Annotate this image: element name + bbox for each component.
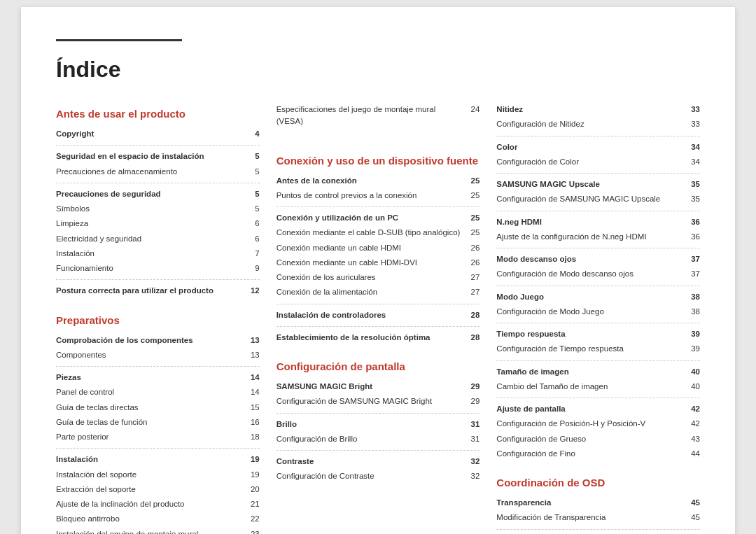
toc-label: Extracción del soporte [56, 482, 239, 497]
toc-preparativos: Comprobación de los componentes13Compone… [56, 333, 260, 535]
toc-page: 5 [241, 187, 260, 202]
toc-page: 21 [239, 497, 259, 512]
toc-label: Configuración de Color [496, 155, 682, 169]
toc-page: 45 [675, 510, 700, 525]
toc-antes: Copyright4Seguridad en el espacio de ins… [56, 127, 260, 299]
toc-page: 19 [239, 452, 259, 467]
toc-label: Modificación de Transparencia [496, 510, 675, 525]
toc-label: Conexión de los auriculares [276, 270, 464, 285]
toc-page: 42 [682, 402, 700, 416]
toc-label: Componentes [56, 348, 239, 363]
toc-page: 14 [239, 385, 259, 400]
toc-page: 35 [682, 177, 700, 192]
toc-label: SAMSUNG MAGIC Upscale [496, 177, 682, 192]
toc-label: Copyright [56, 127, 241, 141]
toc-page: 26 [464, 241, 479, 255]
toc-page: 5 [241, 149, 260, 164]
section-antes-title: Antes de usar el producto [56, 108, 260, 120]
toc-page: 7 [241, 246, 260, 261]
toc-page: 29 [461, 379, 479, 394]
toc-col2-top: Especificaciones del juego de montaje mu… [276, 102, 480, 129]
toc-page: 31 [461, 432, 479, 447]
toc-page: 37 [682, 252, 700, 267]
toc-label: Ajuste de la inclinación del producto [56, 497, 239, 512]
toc-label: Símbolos [56, 202, 241, 216]
page: Índice Antes de usar el producto Copyrig… [21, 7, 735, 534]
toc-page: 23 [239, 527, 259, 535]
toc-label: Guía de teclas de función [56, 415, 239, 430]
toc-label: Transparencia [496, 496, 675, 510]
toc-label: Configuración de SAMSUNG MAGIC Upscale [496, 192, 682, 206]
toc-page: 42 [682, 416, 700, 431]
toc-label: Precauciones de seguridad [56, 187, 241, 202]
toc-page: 20 [239, 482, 259, 497]
toc-label: Configuración de Tiempo respuesta [496, 342, 682, 356]
toc-page: 35 [682, 192, 700, 206]
toc-config-pantalla: SAMSUNG MAGIC Bright29Configuración de S… [276, 379, 480, 484]
toc-label: Configuración de Modo descanso ojos [496, 267, 682, 281]
toc-label: Instalación de controladores [276, 308, 464, 323]
toc-page: 31 [461, 417, 479, 432]
toc-label: Antes de la conexión [276, 174, 464, 188]
toc-label: Instalación [56, 452, 239, 467]
toc-page: 25 [464, 174, 479, 188]
toc-label: Electricidad y seguridad [56, 232, 241, 246]
toc-page: 25 [464, 188, 479, 203]
toc-page: 18 [239, 430, 259, 444]
toc-page: 40 [682, 365, 700, 379]
toc-label: Conexión mediante un cable HDMI [276, 241, 464, 255]
section-config-pantalla-title: Configuración de pantalla [276, 360, 480, 372]
toc-page: 32 [461, 469, 479, 484]
toc-page: 28 [464, 330, 479, 345]
toc-page: 29 [461, 394, 479, 409]
toc-label: Conexión mediante el cable D-SUB (tipo a… [276, 225, 464, 240]
section-preparativos-title: Preparativos [56, 314, 260, 326]
toc-page: 33 [682, 102, 700, 117]
toc-page: 16 [239, 415, 259, 430]
toc-label: Conexión de la alimentación [276, 285, 464, 300]
toc-page: 37 [682, 267, 700, 281]
toc-label: Modo Juego [496, 290, 682, 304]
toc-label: N.neg HDMI [496, 215, 682, 230]
toc-label: Configuración de Fino [496, 447, 682, 461]
toc-label: Comprobación de los componentes [56, 333, 239, 348]
toc-label: Configuración de Posición-H y Posición-V [496, 416, 682, 431]
toc-page: 13 [239, 333, 259, 348]
toc-label: Precauciones de almacenamiento [56, 164, 241, 179]
toc-label: Configuración de SAMSUNG MAGIC Bright [276, 394, 462, 409]
toc-label: Conexión mediante un cable HDMI-DVI [276, 255, 464, 270]
toc-label: Panel de control [56, 385, 239, 400]
toc-label: Configuración de Grueso [496, 432, 682, 447]
toc-label: SAMSUNG MAGIC Bright [276, 379, 462, 394]
toc-page: 6 [241, 216, 260, 231]
toc-label: Brillo [276, 417, 462, 432]
toc-label: Especificaciones del juego de montaje mu… [276, 102, 465, 129]
toc-page: 44 [682, 447, 700, 461]
toc-page: 38 [682, 290, 700, 304]
toc-page: 38 [682, 304, 700, 319]
toc-label: Guía de teclas directas [56, 400, 239, 415]
toc-label: Ajuste de la configuración de N.neg HDMI [496, 230, 682, 244]
toc-label: Configuración de Modo Juego [496, 304, 682, 319]
toc-page: 34 [682, 140, 700, 155]
toc-page: 27 [464, 270, 479, 285]
toc-page: 13 [239, 348, 259, 363]
toc-label: Modo descanso ojos [496, 252, 682, 267]
toc-page: 28 [464, 308, 479, 323]
col1: Antes de usar el producto Copyright4Segu… [56, 102, 276, 534]
toc-label: Limpieza [56, 216, 241, 231]
title-bar [56, 35, 182, 41]
toc-label: Establecimiento de la resolución óptima [276, 330, 464, 345]
toc-page: 32 [461, 454, 479, 469]
toc-page: 39 [682, 342, 700, 356]
col2: Especificaciones del juego de montaje mu… [276, 102, 497, 534]
toc-page: 25 [464, 225, 479, 240]
toc-page: 40 [682, 379, 700, 394]
toc-label: Cambio del Tamaño de imagen [496, 379, 682, 394]
toc-page: 25 [464, 211, 479, 225]
toc-conexion: Antes de la conexión25Puntos de control … [276, 174, 480, 346]
toc-label: Configuración de Brillo [276, 432, 462, 447]
toc-page: 34 [682, 155, 700, 169]
toc-page: 43 [682, 432, 700, 447]
toc-col3-top: Nitidez33Configuración de Nitidez33Color… [496, 102, 700, 461]
